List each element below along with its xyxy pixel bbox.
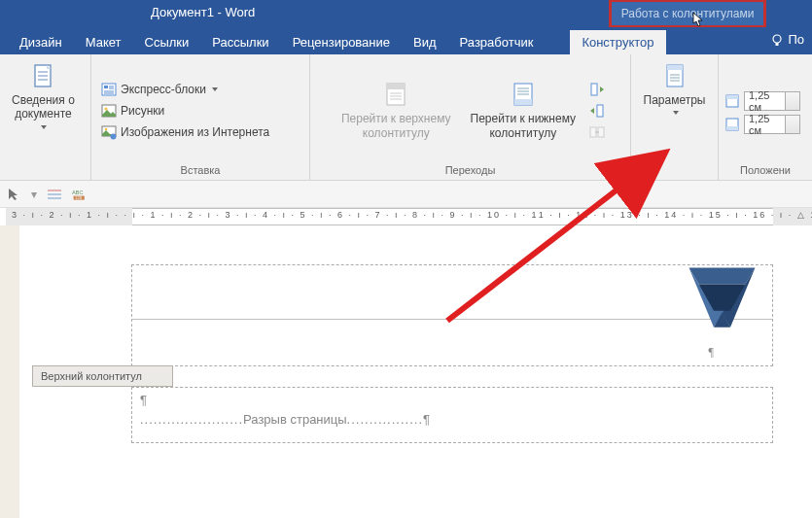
footer-from-bottom-input[interactable]: 1,25 см <box>744 115 800 134</box>
link-previous-icon[interactable] <box>589 124 605 140</box>
quick-parts-icon <box>101 82 117 97</box>
tell-me-label: По <box>788 32 804 47</box>
group-insert-label: Вставка <box>97 162 303 178</box>
svg-rect-7 <box>104 86 108 88</box>
previous-section-icon[interactable] <box>589 82 605 97</box>
lightbulb-icon <box>770 33 784 47</box>
contextual-tab-header[interactable]: Работа с колонтитулами <box>610 0 765 27</box>
goto-footer-button[interactable]: Перейти к нижнему колонтитулу <box>465 77 583 144</box>
online-pictures-label: Изображения из Интернета <box>121 125 269 139</box>
svg-point-16 <box>111 133 117 139</box>
tab-references[interactable]: Ссылки <box>133 30 201 54</box>
tab-layout[interactable]: Макет <box>74 30 133 54</box>
ribbon-tabs: Дизайн Макет Ссылки Рассылки Рецензирова… <box>0 27 812 54</box>
group-navigation: Перейти к верхнему колонтитулу Перейти к… <box>310 54 631 180</box>
goto-footer-label: Перейти к нижнему колонтитулу <box>471 112 577 140</box>
svg-rect-1 <box>776 43 779 46</box>
tab-mailings[interactable]: Рассылки <box>200 30 280 54</box>
next-section-icon[interactable] <box>589 103 605 119</box>
page[interactable]: ¶ Верхний колонтитул ¶ .................… <box>19 225 812 518</box>
tab-developer[interactable]: Разработчик <box>448 30 546 54</box>
quick-parts-label: Экспресс-блоки <box>121 83 206 96</box>
header-from-top-input[interactable]: 1,25 см <box>744 91 800 111</box>
page-break-line: ....................... Разрыв страницы … <box>132 412 772 432</box>
goto-footer-icon <box>510 81 537 108</box>
title-bar: Документ1 - Word Работа с колонтитулами <box>0 0 812 27</box>
svg-rect-40 <box>726 126 738 130</box>
footer-from-bottom-row: 1,25 см <box>724 115 800 134</box>
header-top-icon <box>724 93 740 109</box>
svg-rect-33 <box>667 65 683 70</box>
tell-me-search[interactable]: По <box>762 27 812 52</box>
goto-header-button[interactable]: Перейти к верхнему колонтитулу <box>335 77 457 144</box>
options-icon <box>661 62 688 89</box>
pictures-icon <box>101 103 117 119</box>
quick-parts-button[interactable]: Экспресс-блоки <box>97 80 303 99</box>
group-options-label <box>637 174 712 178</box>
svg-point-15 <box>105 127 108 130</box>
vertical-ruler[interactable] <box>0 225 19 518</box>
window-title: Документ1 - Word <box>151 5 255 19</box>
svg-text:123: 123 <box>75 194 82 199</box>
body-area[interactable]: ¶ ....................... Разрыв страниц… <box>131 387 773 443</box>
group-insert: Экспресс-блоки Рисунки Изображения из Ин… <box>91 54 310 180</box>
word-count-icon[interactable]: ABC123 <box>72 187 88 202</box>
group-position: 1,25 см 1,25 см Положени <box>719 54 812 180</box>
ruler-numbers: 3 · ı · 2 · ı · 1 · ı · · ı · 1 · ı · 2 … <box>12 210 812 220</box>
header-area[interactable]: ¶ <box>131 264 773 366</box>
page-break-label: Разрыв страницы <box>243 412 347 427</box>
triangle-logo-image[interactable] <box>681 259 763 337</box>
tab-design-constructor[interactable]: Конструктор <box>570 30 665 54</box>
group-options: Параметры <box>631 54 719 180</box>
pictures-label: Рисунки <box>121 104 164 118</box>
group-info: Сведения о документе <box>0 54 91 180</box>
header-from-top-row: 1,25 см <box>724 91 800 111</box>
group-navigation-label: Переходы <box>316 162 624 178</box>
header-rule-line <box>132 319 772 320</box>
options-label: Параметры <box>644 93 706 107</box>
goto-header-label: Перейти к верхнему колонтитулу <box>341 112 451 140</box>
pictures-button[interactable]: Рисунки <box>97 101 303 121</box>
goto-header-icon <box>382 81 409 108</box>
footer-bottom-icon <box>724 117 740 132</box>
svg-point-0 <box>773 35 781 43</box>
ruler-lines-icon[interactable] <box>47 187 62 202</box>
svg-rect-27 <box>591 84 597 95</box>
document-info-label: Сведения о документе <box>12 93 75 121</box>
svg-rect-18 <box>387 84 405 89</box>
document-icon <box>29 62 56 89</box>
svg-rect-38 <box>726 95 738 99</box>
online-pictures-icon <box>101 124 117 140</box>
quick-access-row: ▾ ABC123 <box>0 181 812 208</box>
options-button[interactable]: Параметры <box>638 58 712 174</box>
group-position-label: Положени <box>724 162 806 178</box>
document-info-button[interactable]: Сведения о документе <box>6 58 81 174</box>
paragraph: ¶ <box>132 388 772 412</box>
horizontal-ruler[interactable]: 3 · ı · 2 · ı · 1 · ı · · ı · 1 · ı · 2 … <box>0 208 812 225</box>
svg-rect-23 <box>514 99 532 105</box>
tab-view[interactable]: Вид <box>402 30 448 54</box>
online-pictures-button[interactable]: Изображения из Интернета <box>97 122 303 142</box>
svg-rect-28 <box>597 105 603 117</box>
cursor-icon <box>692 12 704 27</box>
svg-marker-47 <box>689 268 756 285</box>
group-label-empty <box>6 174 85 178</box>
ribbon: Сведения о документе Экспресс-блоки Рису… <box>0 54 812 181</box>
document-canvas: ¶ Верхний колонтитул ¶ .................… <box>0 225 812 518</box>
tab-design[interactable]: Дизайн <box>8 30 74 54</box>
tab-review[interactable]: Рецензирование <box>281 30 402 54</box>
paragraph-mark-icon: ¶ <box>709 345 714 360</box>
select-object-icon[interactable] <box>6 187 21 202</box>
header-tag[interactable]: Верхний колонтитул <box>32 365 173 387</box>
